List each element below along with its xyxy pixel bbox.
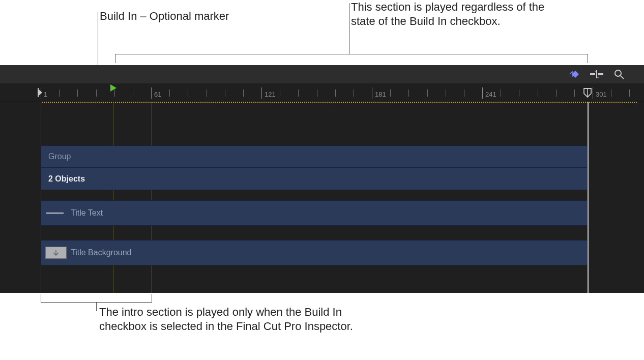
snapping-icon <box>590 70 603 78</box>
in-point-icon <box>37 88 43 97</box>
ruler-tick-label: 61 <box>154 91 161 98</box>
timeline-toolbar <box>0 65 644 84</box>
timeline-ruler[interactable]: 161121181241301 <box>0 83 644 102</box>
bracket-top-bar <box>115 54 588 54</box>
ruler-minor-tick <box>59 89 60 97</box>
ruler-minor-tick <box>298 89 299 97</box>
ruler-minor-tick <box>77 89 78 97</box>
text-layer-thumb-icon <box>46 213 64 214</box>
ruler-minor-tick <box>317 89 317 97</box>
bracket-top-leader <box>349 3 349 54</box>
build-in-marker[interactable] <box>109 83 118 102</box>
snapping-button[interactable] <box>589 68 604 81</box>
marker-arrow-icon <box>109 83 118 93</box>
ruler-minor-tick <box>390 89 391 97</box>
svg-point-6 <box>615 70 621 76</box>
svg-marker-8 <box>38 89 42 96</box>
ruler-minor-tick <box>335 89 336 97</box>
zoom-icon <box>614 69 624 79</box>
group-clip[interactable]: Group <box>41 145 588 168</box>
ruler-minor-tick <box>538 89 538 97</box>
ruler-minor-tick <box>207 89 207 97</box>
ruler-minor-tick <box>354 89 354 97</box>
ruler-minor-tick <box>243 89 244 97</box>
callout-build-in-marker: Build In – Optional marker <box>100 9 232 23</box>
group-label: Group <box>41 152 71 161</box>
timeline-tracks[interactable]: Group 2 Objects Title Text Title Backgro… <box>0 102 644 293</box>
svg-line-7 <box>621 76 624 79</box>
ruler-minor-tick <box>574 89 575 97</box>
ruler-major-tick <box>151 87 152 99</box>
ruler-minor-tick <box>169 89 170 97</box>
ruler-minor-tick <box>519 89 519 97</box>
ruler-minor-tick <box>464 89 464 97</box>
title-text-clip[interactable]: Title Text <box>41 200 588 226</box>
ruler-minor-tick <box>280 89 280 97</box>
ruler-minor-tick <box>133 89 133 97</box>
ruler-minor-tick <box>446 89 446 97</box>
ruler-ticks: 161121181241301 <box>0 83 644 102</box>
callout-intro-section: The intro section is played only when th… <box>99 305 354 334</box>
ruler-minor-tick <box>611 89 611 97</box>
bracket-bottom-right <box>152 294 152 302</box>
in-point-handle[interactable] <box>37 83 44 102</box>
ruler-tick-label: 241 <box>485 91 496 98</box>
objects-count-label: 2 Objects <box>41 174 85 184</box>
group-objects-clip[interactable]: 2 Objects <box>41 168 588 190</box>
svg-marker-0 <box>572 71 579 78</box>
out-point-handle[interactable] <box>583 83 592 102</box>
ruler-major-tick <box>593 87 593 99</box>
bracket-bottom-left <box>41 294 41 302</box>
ruler-tick-label: 1 <box>44 91 47 98</box>
image-layer-thumb-icon <box>45 247 67 259</box>
title-background-clip[interactable]: Title Background <box>41 240 588 265</box>
callout-main-section: This section is played regardless of the… <box>351 0 565 28</box>
keyframe-diamond-icon <box>569 70 581 78</box>
ruler-minor-tick <box>501 89 501 97</box>
ruler-minor-tick <box>225 89 225 97</box>
ruler-minor-tick <box>96 89 97 97</box>
svg-rect-1 <box>590 73 595 75</box>
ruler-minor-tick <box>427 89 428 97</box>
svg-rect-2 <box>598 73 603 75</box>
ruler-minor-tick <box>556 89 557 97</box>
ruler-tick-label: 181 <box>375 91 386 98</box>
ruler-major-tick <box>261 87 262 99</box>
ruler-minor-tick <box>629 89 630 97</box>
ruler-tick-label: 301 <box>596 91 607 98</box>
ruler-major-tick <box>372 87 372 99</box>
ruler-tick-label: 121 <box>265 91 276 98</box>
zoom-button[interactable] <box>611 68 627 81</box>
bracket-top-left-drop <box>115 54 115 63</box>
svg-marker-10 <box>110 84 116 92</box>
bracket-bottom-leader <box>96 302 97 311</box>
show-keyframes-button[interactable] <box>568 68 583 81</box>
ruler-minor-tick <box>408 89 409 97</box>
timeline-panel: 161121181241301 Group <box>0 65 644 293</box>
out-point-icon <box>583 87 592 98</box>
ruler-major-tick <box>482 87 483 99</box>
ruler-minor-tick <box>188 89 188 97</box>
bracket-top-right-drop <box>588 54 588 63</box>
